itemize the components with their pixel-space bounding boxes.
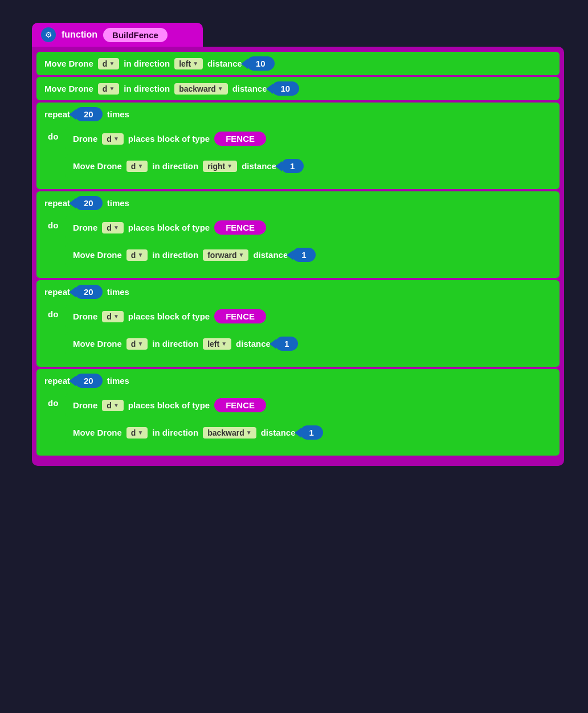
do-label-2: do: [36, 215, 65, 272]
fence-block-3: Drone d ▼ places block of type FENCE: [65, 305, 555, 328]
repeat-label-2: repeat: [44, 198, 70, 208]
move-label-i1: Move Drone: [73, 161, 122, 171]
places-block-label-2: places block of type: [128, 223, 210, 232]
move-block-1: Move Drone d ▼ in direction left ▼ dista…: [36, 52, 560, 75]
drone-dd-f1[interactable]: d ▼: [102, 133, 123, 145]
times-label-2: times: [107, 198, 129, 208]
loop-3-header: repeat 20 times: [36, 280, 560, 304]
function-keyword: function: [62, 30, 97, 40]
dir-dd-i1[interactable]: right ▼: [203, 161, 237, 172]
distance-label-2: distance: [232, 84, 267, 93]
in-dir-i1: in direction: [152, 161, 198, 171]
in-dir-i2: in direction: [152, 250, 198, 260]
drone-label-f1: Drone: [73, 134, 97, 144]
function-name[interactable]: BuildFence: [103, 28, 168, 42]
distance-value-2[interactable]: 10: [272, 81, 300, 96]
times-label-4: times: [107, 376, 129, 386]
move-inner-2: Move Drone d ▼ in direction forward ▼ di…: [65, 243, 555, 267]
move-inner-4: Move Drone d ▼ in direction backward ▼ d…: [65, 421, 555, 444]
loop-group-4: repeat 20 times do Drone d ▼ places bloc…: [36, 369, 560, 456]
loop-count-2[interactable]: 20: [75, 196, 103, 210]
move-drone-label-2: Move Drone: [44, 84, 93, 93]
direction-dropdown-1[interactable]: left ▼: [174, 58, 203, 69]
drone-dd-m2[interactable]: d ▼: [126, 249, 148, 261]
dist-val-i1[interactable]: 1: [281, 159, 304, 173]
loop-1-header: repeat 20 times: [36, 103, 560, 126]
places-block-label-4: places block of type: [128, 400, 210, 410]
dist-label-i2: distance: [253, 250, 288, 260]
outer-container: Move Drone d ▼ in direction left ▼ dista…: [32, 47, 564, 466]
fence-badge-2[interactable]: FENCE: [214, 220, 266, 235]
workspace: ⚙ function BuildFence Move Drone d ▼ in …: [21, 11, 567, 477]
do-label-3: do: [36, 304, 65, 361]
move-label-i4: Move Drone: [73, 428, 122, 437]
dist-label-i1: distance: [242, 161, 276, 171]
places-block-label-3: places block of type: [128, 312, 210, 321]
distance-value-1[interactable]: 10: [247, 56, 275, 71]
times-label-1: times: [107, 109, 129, 119]
dist-val-i2[interactable]: 1: [292, 248, 315, 262]
loop-count-4[interactable]: 20: [75, 374, 103, 388]
do-label-4: do: [36, 392, 65, 450]
fence-block-4: Drone d ▼ places block of type FENCE: [65, 394, 555, 417]
distance-label-1: distance: [207, 59, 242, 68]
in-direction-label-1: in direction: [124, 59, 170, 68]
dist-label-i4: distance: [261, 428, 296, 437]
loop-2-header: repeat 20 times: [36, 191, 560, 215]
dist-label-i3: distance: [236, 339, 271, 349]
repeat-label-4: repeat: [44, 376, 70, 386]
move-label-i2: Move Drone: [73, 250, 122, 260]
drone-dd-f3[interactable]: d ▼: [102, 311, 123, 322]
fence-block-1: Drone d ▼ places block of type FENCE: [65, 127, 555, 150]
drone-label-f4: Drone: [73, 400, 97, 410]
do-label-1: do: [36, 126, 65, 183]
drone-label-f3: Drone: [73, 312, 97, 321]
loop-4-header: repeat 20 times: [36, 369, 560, 392]
fence-block-2: Drone d ▼ places block of type FENCE: [65, 216, 555, 239]
drone-dd-m4[interactable]: d ▼: [126, 427, 148, 439]
in-dir-i3: in direction: [152, 339, 198, 349]
move-inner-1: Move Drone d ▼ in direction right ▼ dist…: [65, 154, 555, 178]
fence-badge-4[interactable]: FENCE: [214, 398, 266, 412]
dist-val-i4[interactable]: 1: [300, 425, 323, 440]
move-inner-3: Move Drone d ▼ in direction left ▼ dista…: [65, 332, 555, 355]
drone-dd-f4[interactable]: d ▼: [102, 400, 123, 411]
drone-dd-m1[interactable]: d ▼: [126, 161, 148, 172]
repeat-label-3: repeat: [44, 287, 70, 297]
drone-dd-m3[interactable]: d ▼: [126, 338, 148, 350]
loop-group-1: repeat 20 times do Drone d ▼ places bloc…: [36, 103, 560, 189]
dir-dd-i3[interactable]: left ▼: [203, 338, 231, 350]
dist-val-i3[interactable]: 1: [275, 337, 298, 351]
loop-group-2: repeat 20 times do Drone d ▼ places bloc…: [36, 191, 560, 278]
places-block-label-1: places block of type: [128, 134, 210, 144]
move-drone-label-1: Move Drone: [44, 59, 93, 68]
repeat-label-1: repeat: [44, 109, 70, 119]
gear-icon: ⚙: [41, 27, 56, 42]
times-label-3: times: [107, 287, 129, 297]
fence-badge-3[interactable]: FENCE: [214, 309, 266, 323]
move-block-2: Move Drone d ▼ in direction backward ▼ d…: [36, 77, 560, 100]
drone-dd-f2[interactable]: d ▼: [102, 222, 123, 233]
in-dir-i4: in direction: [152, 428, 198, 437]
loop-group-3: repeat 20 times do Drone d ▼ places bloc…: [36, 280, 560, 367]
dir-dd-i2[interactable]: forward ▼: [203, 249, 248, 261]
in-direction-label-2: in direction: [124, 84, 170, 93]
direction-dropdown-2[interactable]: backward ▼: [174, 83, 228, 95]
dir-dd-i4[interactable]: backward ▼: [203, 427, 256, 439]
loop-count-3[interactable]: 20: [75, 285, 103, 299]
move-label-i3: Move Drone: [73, 339, 122, 349]
drone-label-f2: Drone: [73, 223, 97, 232]
drone-dropdown-2[interactable]: d ▼: [98, 83, 119, 95]
drone-dropdown-1[interactable]: d ▼: [98, 58, 119, 69]
loop-count-1[interactable]: 20: [75, 107, 103, 121]
fence-badge-1[interactable]: FENCE: [214, 132, 266, 146]
